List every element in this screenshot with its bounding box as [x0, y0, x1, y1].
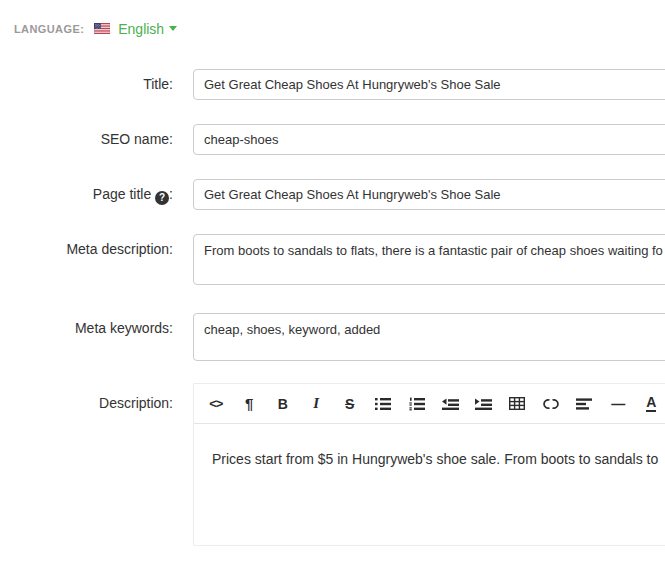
description-row: Description: <> ¶ B I S [0, 383, 665, 546]
seo-name-label: SEO name: [0, 124, 173, 155]
meta-keywords-textarea[interactable]: cheap, shoes, keyword, added [193, 313, 665, 361]
selected-language: English [118, 21, 164, 37]
outdent-icon[interactable] [434, 384, 468, 423]
meta-keywords-label: Meta keywords: [0, 313, 173, 365]
page-title-label: Page title ?: [0, 179, 173, 210]
rich-text-editor: <> ¶ B I S [193, 383, 665, 546]
meta-description-textarea[interactable]: From boots to sandals to flats, there is… [193, 234, 665, 285]
strikethrough-icon[interactable]: S [333, 384, 367, 423]
title-input[interactable] [193, 69, 665, 100]
language-dropdown[interactable]: English [94, 21, 177, 37]
description-content[interactable]: Prices start from $5 in Hungryweb's shoe… [194, 424, 665, 545]
bold-icon[interactable]: B [266, 384, 300, 423]
page-title-input[interactable] [193, 179, 665, 210]
html-code-icon[interactable]: <> [199, 384, 233, 423]
language-label: LANGUAGE: [14, 23, 84, 35]
seo-name-row: SEO name: [0, 124, 665, 155]
font-color-icon[interactable]: A [635, 384, 665, 423]
title-row: Title: [0, 69, 665, 100]
font-color-glyph: A [646, 395, 656, 412]
format-paragraph-icon[interactable]: ¶ [233, 384, 267, 423]
unordered-list-icon[interactable] [367, 384, 401, 423]
chevron-down-icon [169, 26, 177, 31]
title-label: Title: [0, 69, 173, 100]
language-bar: LANGUAGE: [0, 0, 665, 43]
meta-description-label: Meta description: [0, 234, 173, 289]
us-flag-icon [94, 23, 110, 34]
seo-form-page: LANGUAGE: [0, 0, 665, 561]
editor-toolbar: <> ¶ B I S [194, 384, 665, 424]
description-label: Description: [0, 383, 173, 546]
alignment-icon[interactable] [568, 384, 602, 423]
table-icon[interactable] [501, 384, 535, 423]
ordered-list-icon[interactable] [400, 384, 434, 423]
seo-name-input[interactable] [193, 124, 665, 155]
page-title-label-colon: : [169, 186, 173, 202]
page-title-row: Page title ?: [0, 179, 665, 210]
help-icon[interactable]: ? [155, 191, 169, 205]
meta-keywords-row: Meta keywords: cheap, shoes, keyword, ad… [0, 313, 665, 365]
link-icon[interactable] [534, 384, 568, 423]
horizontal-rule-icon[interactable]: — [601, 384, 635, 423]
indent-icon[interactable] [467, 384, 501, 423]
page-title-label-text: Page title [93, 186, 151, 202]
meta-description-row: Meta description: From boots to sandals … [0, 234, 665, 289]
italic-icon[interactable]: I [300, 384, 334, 423]
